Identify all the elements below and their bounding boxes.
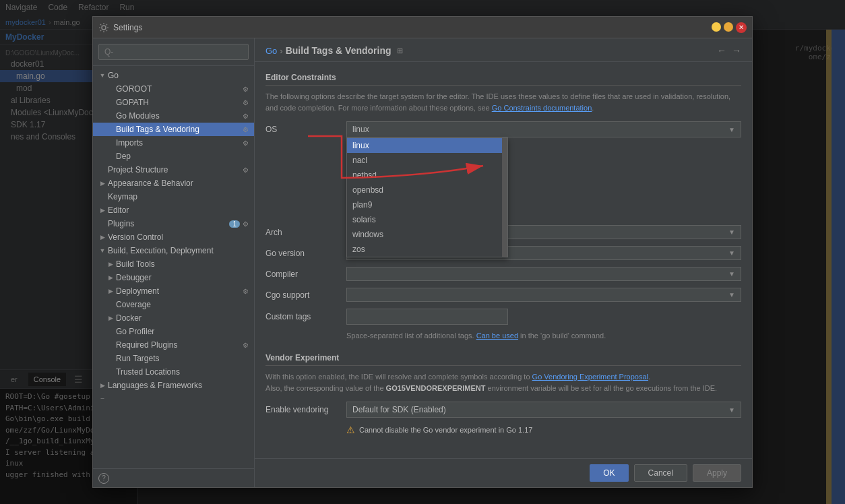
- tree-node-go-profiler[interactable]: Go Profiler: [93, 325, 254, 338]
- tree-node-project-structure[interactable]: Project Structure ⚙: [93, 163, 254, 177]
- dropdown-scrollbar[interactable]: [502, 138, 507, 257]
- tree-node-build-tools[interactable]: ▶ Build Tools: [93, 257, 254, 271]
- dropdown-item-zos[interactable]: zos: [347, 242, 507, 257]
- sync-icon-project-structure: ⚙: [243, 166, 249, 174]
- tree-node-run-targets[interactable]: Run Targets: [93, 352, 254, 365]
- custom-tags-input[interactable]: [346, 309, 508, 325]
- can-be-used-link[interactable]: Can be used: [476, 332, 518, 340]
- tree-node-docker[interactable]: ▶ Docker: [93, 311, 254, 325]
- enable-vendoring-select[interactable]: Default for SDK (Enabled) ▼: [346, 402, 741, 418]
- expand-icon-version-control: ▶: [98, 233, 106, 241]
- tree-node-go-modules[interactable]: Go Modules ⚙: [93, 109, 254, 123]
- sync-icon-goroot: ⚙: [243, 86, 249, 93]
- help-button[interactable]: ?: [98, 473, 109, 484]
- header-nav-actions: ← →: [717, 45, 741, 56]
- compiler-select-container: ▼: [346, 267, 741, 281]
- search-input[interactable]: [98, 44, 249, 60]
- dropdown-item-plan9[interactable]: plan9: [347, 197, 507, 212]
- dialog-overlay: Settings ✕ ▼: [0, 0, 845, 504]
- warning-text: Cannot disable the Go vendor experiment …: [359, 426, 532, 434]
- tree-node-keymap[interactable]: Keymap: [93, 190, 254, 203]
- svg-point-0: [102, 26, 106, 30]
- os-select[interactable]: linux ▼: [346, 121, 741, 137]
- cgo-select[interactable]: ▼: [346, 288, 741, 302]
- vendor-desc: With this option enabled, the IDE will r…: [265, 371, 741, 393]
- enable-vendoring-select-container: Default for SDK (Enabled) ▼: [346, 402, 741, 418]
- close-button[interactable]: ✕: [736, 22, 747, 33]
- tree-node-imports[interactable]: Imports ⚙: [93, 136, 254, 150]
- sync-icon-deployment: ⚙: [243, 288, 249, 295]
- expand-icon-editor: ▶: [98, 206, 106, 214]
- sync-icon-build-tags: ⚙: [243, 126, 249, 133]
- ok-button[interactable]: OK: [590, 464, 628, 482]
- tree-label-keymap: Keymap: [108, 192, 249, 201]
- dropdown-item-solaris[interactable]: solaris: [347, 212, 507, 227]
- cancel-button[interactable]: Cancel: [634, 464, 687, 482]
- minimize-button[interactable]: [712, 22, 721, 32]
- enable-vendoring-value: Default for SDK (Enabled): [352, 405, 446, 414]
- tree-label-go: Go: [108, 71, 249, 80]
- tree-node-appearance[interactable]: ▶ Appearance & Behavior: [93, 177, 254, 190]
- breadcrumb-current-page: Build Tags & Vendoring: [286, 45, 392, 56]
- dialog-bottom-bar: ?: [93, 468, 254, 487]
- tree-label-docker: Docker: [116, 313, 249, 323]
- tree-label-plugins: Plugins: [108, 219, 226, 228]
- content-body: Editor Constraints The following options…: [255, 62, 752, 458]
- breadcrumb-go-link[interactable]: Go: [265, 46, 277, 56]
- settings-tree: ▼ Go GOROOT ⚙ GOPATH ⚙: [93, 66, 254, 468]
- tree-label-build-tags: Build Tags & Vendoring: [116, 125, 240, 134]
- expand-icon-go-modules: [106, 112, 115, 120]
- compiler-select[interactable]: ▼: [346, 267, 741, 281]
- editor-constraints-desc: The following options describe the targe…: [265, 91, 741, 113]
- expand-icon-more: –: [98, 394, 106, 402]
- expand-icon-appearance: ▶: [98, 179, 106, 187]
- tree-node-plugins[interactable]: Plugins 1 ⚙: [93, 217, 254, 230]
- compiler-label: Compiler: [265, 270, 346, 279]
- tree-node-trusted-locations[interactable]: Trusted Locations: [93, 365, 254, 379]
- tree-node-more[interactable]: –: [93, 392, 254, 404]
- tree-node-languages-frameworks[interactable]: ▶ Languages & Frameworks: [93, 379, 254, 392]
- tree-label-appearance: Appearance & Behavior: [108, 179, 249, 188]
- expand-icon-dep: [106, 152, 115, 160]
- tree-node-editor[interactable]: ▶ Editor: [93, 203, 254, 217]
- nav-back-button[interactable]: ←: [717, 45, 726, 56]
- nav-forward-button[interactable]: →: [732, 45, 741, 56]
- custom-tags-hint-suffix: in the 'go build' command.: [520, 332, 606, 340]
- dialog-body: ▼ Go GOROOT ⚙ GOPATH ⚙: [93, 38, 752, 487]
- dropdown-item-linux[interactable]: linux: [347, 138, 507, 153]
- dropdown-item-netbsd[interactable]: netbsd: [347, 168, 507, 183]
- editor-constraints-title: Editor Constraints: [265, 73, 741, 86]
- tree-node-build-exec-deploy[interactable]: ▼ Build, Execution, Deployment: [93, 244, 254, 257]
- os-label: OS: [265, 125, 346, 134]
- apply-button[interactable]: Apply: [693, 464, 741, 482]
- dropdown-item-openbsd[interactable]: openbsd: [347, 183, 507, 197]
- tree-label-goroot: GOROOT: [116, 84, 240, 94]
- os-selected-value: linux: [352, 125, 369, 134]
- sync-icon-plugins: ⚙: [243, 220, 249, 228]
- custom-tags-form-row: Custom tags: [265, 309, 741, 325]
- go-vendoring-link[interactable]: Go Vendoring Experiment Proposal: [532, 373, 648, 381]
- tree-node-gopath[interactable]: GOPATH ⚙: [93, 96, 254, 109]
- tree-node-deployment[interactable]: ▶ Deployment ⚙: [93, 284, 254, 298]
- custom-tags-label: Custom tags: [265, 312, 346, 321]
- maximize-button[interactable]: [724, 22, 733, 32]
- arch-arrow: ▼: [728, 228, 735, 236]
- tree-node-required-plugins[interactable]: Required Plugins ⚙: [93, 338, 254, 352]
- tree-node-debugger[interactable]: ▶ Debugger: [93, 271, 254, 284]
- tree-label-required-plugins: Required Plugins: [116, 340, 240, 350]
- vendor-section: Vendor Experiment With this option enabl…: [265, 353, 741, 435]
- dropdown-item-windows[interactable]: windows: [347, 227, 507, 242]
- tree-node-version-control[interactable]: ▶ Version Control: [93, 230, 254, 244]
- tree-node-go[interactable]: ▼ Go: [93, 69, 254, 82]
- go-constraints-link[interactable]: Go Constraints documentation: [492, 104, 592, 112]
- tree-node-goroot[interactable]: GOROOT ⚙: [93, 82, 254, 96]
- custom-tags-hint: Space-separated list of additional tags.…: [346, 332, 741, 340]
- tree-node-coverage[interactable]: Coverage: [93, 298, 254, 311]
- expand-icon-coverage: [106, 301, 115, 309]
- tree-node-dep[interactable]: Dep: [93, 150, 254, 163]
- dropdown-item-nacl[interactable]: nacl: [347, 153, 507, 168]
- content-header: Go › Build Tags & Vendoring ⊞ ← →: [255, 38, 752, 62]
- tree-node-build-tags[interactable]: Build Tags & Vendoring ⚙: [93, 123, 254, 136]
- tree-label-gopath: GOPATH: [116, 98, 240, 107]
- os-form-row: OS linux ▼ linux nacl netb: [265, 121, 741, 137]
